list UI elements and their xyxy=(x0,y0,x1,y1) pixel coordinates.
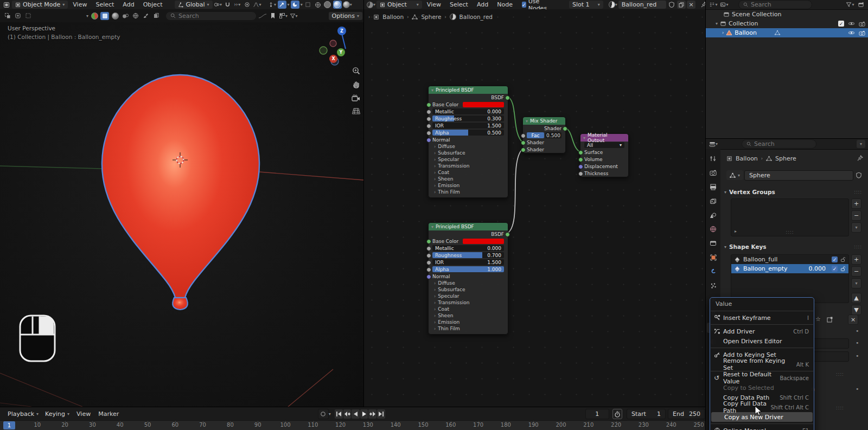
node-collapsed-thin-film[interactable]: ›Thin Film xyxy=(429,189,508,195)
snap-settings-icon[interactable]: ⊦⊦▾ xyxy=(233,1,242,9)
proportional-editing-icon[interactable] xyxy=(243,1,252,9)
shader-type-dropdown[interactable]: Object▾ xyxy=(376,1,422,9)
properties-search-input[interactable]: Search xyxy=(742,139,816,149)
frame-start-field[interactable]: Start1 xyxy=(627,409,666,419)
outliner-row-balloon[interactable]: › Balloon xyxy=(706,28,868,37)
tool-select-box-icon[interactable] xyxy=(3,12,12,20)
node-mix-shader[interactable]: ▾Mix ShaderShaderFac0.500ShaderShader xyxy=(522,117,566,153)
play-reverse-button[interactable] xyxy=(352,409,360,419)
socket-green[interactable] xyxy=(578,157,583,162)
node-row-alpha[interactable]: Alpha1.000 xyxy=(429,266,508,273)
output-target-dropdown[interactable]: All▾ xyxy=(580,142,628,149)
node-menu-view[interactable]: View xyxy=(423,0,445,9)
tool-cursor-icon[interactable] xyxy=(14,12,22,20)
options-dropdown[interactable]: Options▾ xyxy=(329,12,362,20)
vertex-groups-resize-grip[interactable]: :::: xyxy=(786,230,794,235)
node-row-metallic[interactable]: Metallic0.000 xyxy=(429,108,508,115)
socket-green[interactable] xyxy=(505,95,510,100)
shape-key-add-button[interactable]: + xyxy=(851,254,861,265)
node-row-roughness[interactable]: Roughness0.300 xyxy=(429,115,508,122)
overlays-toggle-icon[interactable] xyxy=(291,1,299,9)
shading-solid-icon[interactable] xyxy=(323,1,332,9)
datablock-name-field[interactable]: Sphere xyxy=(744,170,853,181)
xray-toggle-icon[interactable] xyxy=(304,1,312,9)
pan-hand-icon[interactable] xyxy=(350,78,362,90)
page-flip-icon[interactable] xyxy=(152,12,161,20)
node-collapsed-transmission[interactable]: ›Transmission xyxy=(429,163,508,169)
balloon-mesh[interactable] xyxy=(102,75,259,298)
base-color-swatch[interactable] xyxy=(463,239,504,244)
socket-gray[interactable] xyxy=(426,117,431,121)
node-row-base-color[interactable]: Base Color xyxy=(429,101,508,108)
socket-purple[interactable] xyxy=(578,164,583,169)
outliner-display-mode-icon[interactable]: ▾ xyxy=(709,1,718,9)
node-header[interactable]: ▾Principled BSDF xyxy=(429,86,508,94)
socket-gray[interactable] xyxy=(426,124,431,129)
collection-hide-eye-icon[interactable] xyxy=(848,21,855,26)
frame-end-field[interactable]: End250 xyxy=(668,409,705,419)
playback-menu[interactable]: Playback▾ xyxy=(4,410,42,418)
node-input-thickness[interactable]: Thickness xyxy=(580,170,628,177)
node-collapsed-diffuse[interactable]: ›Diffuse xyxy=(429,143,508,150)
properties-tab-output[interactable] xyxy=(707,182,719,192)
gizmo-neg-y[interactable] xyxy=(320,47,327,54)
editor-type-shader-icon[interactable]: ▾ xyxy=(367,1,375,9)
shape-key-remove-button[interactable]: − xyxy=(851,266,861,277)
socket-gray[interactable] xyxy=(426,253,431,258)
shape-key-row-balloon-full[interactable]: Balloon_full ✓ xyxy=(731,255,848,264)
hidden-slider-1[interactable] xyxy=(813,338,849,349)
tool-options-chevron[interactable]: ▾ xyxy=(86,14,88,18)
vertex-groups-panel-header[interactable]: ▾Vertex Groups xyxy=(724,189,775,195)
node-input-volume[interactable]: Volume xyxy=(580,156,628,163)
gizmo-axis-z[interactable]: Z xyxy=(337,27,346,35)
node-input-shader-2[interactable]: Shader xyxy=(523,146,565,153)
node-collapsed-sheen[interactable]: ›Sheen xyxy=(429,176,508,182)
lock-open-icon[interactable] xyxy=(840,256,846,262)
tool-search-input[interactable]: Search xyxy=(165,11,257,21)
properties-tab-world[interactable] xyxy=(707,224,719,234)
node-collapsed-coat[interactable]: ›Coat xyxy=(429,169,508,176)
node-material-output[interactable]: ▾Material OutputAll▾SurfaceVolumeDisplac… xyxy=(580,133,629,177)
proportional-falloff-icon[interactable]: ▾ xyxy=(253,1,261,9)
socket-green[interactable] xyxy=(521,147,526,152)
shape-key-mute-checkbox[interactable]: ✓ xyxy=(832,256,838,262)
fac-value[interactable]: 0.500 xyxy=(545,132,561,138)
node-collapsed-transmission[interactable]: ›Transmission xyxy=(429,299,508,306)
fac-label[interactable]: Fac xyxy=(527,132,544,138)
node-collapsed-specular[interactable]: ›Specular xyxy=(429,293,508,299)
balloon-render-camera-icon[interactable] xyxy=(859,30,865,36)
mode-dropdown[interactable]: Object Mode▾ xyxy=(12,1,68,9)
menu-item-open-drivers-editor[interactable]: Open Drivers Editor xyxy=(710,336,814,346)
material-name-field[interactable]: Balloon_red xyxy=(618,1,666,9)
node-row-fac[interactable]: Fac0.500 xyxy=(523,132,565,139)
timeline-ruler[interactable]: 1 10203040506070809010011012013014015016… xyxy=(0,420,705,430)
balloon-expand-icon[interactable]: › xyxy=(722,30,724,35)
camera-view-icon[interactable] xyxy=(350,92,362,104)
transform-orientation-dropdown[interactable]: Global▾ xyxy=(175,1,212,9)
menu-object[interactable]: Object xyxy=(139,0,167,9)
properties-tab-tool[interactable] xyxy=(707,153,719,164)
gizmo-axis-y[interactable]: Y xyxy=(337,48,345,56)
node-row-base-color[interactable]: Base Color xyxy=(429,238,508,245)
properties-pin-icon[interactable] xyxy=(857,155,863,161)
toggle-perspective-grid-icon[interactable] xyxy=(350,105,362,117)
node-collapsed-subsurface[interactable]: ›Subsurface xyxy=(429,286,508,293)
outliner-filter-funnel-icon[interactable]: ▾ xyxy=(846,1,854,9)
paint-mask-icon[interactable] xyxy=(121,12,130,20)
socket-gray[interactable] xyxy=(521,133,526,138)
lock-open-icon[interactable] xyxy=(840,266,846,272)
current-frame-field[interactable]: 1 xyxy=(585,409,609,419)
node-menu-select[interactable]: Select xyxy=(446,0,472,9)
jump-to-start-button[interactable] xyxy=(335,409,343,419)
outliner-search-input[interactable]: Search xyxy=(738,0,812,9)
node-menu-add[interactable]: Add xyxy=(473,0,492,9)
menu-item-insert-keyframe[interactable]: Insert KeyframeI xyxy=(710,313,814,323)
vertex-group-add-button[interactable]: + xyxy=(851,198,861,209)
properties-tab-modifiers[interactable] xyxy=(707,266,719,277)
editor-type-3d-viewport-icon[interactable] xyxy=(2,1,11,9)
vertex-groups-list[interactable]: ▸ :::: xyxy=(731,198,849,236)
properties-tab-object[interactable] xyxy=(707,252,719,262)
menu-item-remove-from-keying-set[interactable]: Remove from Keying SetAlt K xyxy=(710,360,814,369)
keyframe-box-icon[interactable] xyxy=(826,317,833,323)
bookmark-icon[interactable] xyxy=(269,12,277,20)
